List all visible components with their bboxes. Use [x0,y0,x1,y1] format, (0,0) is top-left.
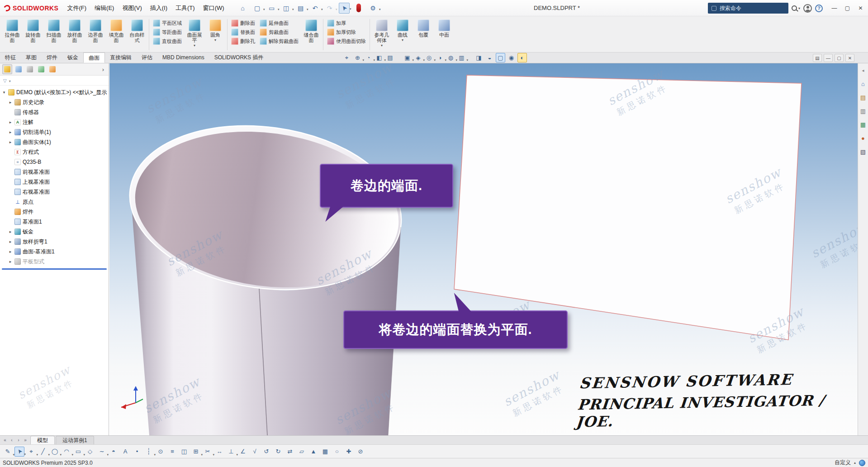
home-button[interactable]: ⌂ [237,3,248,14]
insert-plus-icon[interactable]: ✚ [344,447,354,457]
maximize-button[interactable]: ▢ [841,1,854,15]
new-document-button[interactable]: ▢ [252,3,263,14]
tree-item-top-plane[interactable]: 上视基准面 [1,177,109,187]
3d-drawing-view-icon[interactable]: ◒ [485,53,494,62]
boundary-surface-button[interactable]: 边界曲面 [85,17,106,52]
menu-view[interactable]: 视图(V) [118,0,146,16]
thicken-button[interactable]: 加厚 [327,19,366,27]
design-library-icon[interactable]: ▤ [859,93,867,101]
undo-icon[interactable]: ↺ [261,447,271,457]
custom-properties-icon[interactable]: ▧ [859,148,867,156]
tab-surfaces[interactable]: 曲面 [83,52,105,63]
customize-caret-icon[interactable]: ▴ [854,461,856,465]
panel-expand-icon[interactable]: › [100,64,106,74]
search-icon[interactable] [792,5,797,11]
appearances-scenes-icon[interactable]: ● [859,134,867,142]
delete-face-button[interactable]: 删除面 [231,19,255,27]
help-icon[interactable]: ? [815,5,823,12]
arc-tool-icon[interactable]: ◠ [62,447,71,457]
trim-surface-button[interactable]: 剪裁曲面 [260,29,299,36]
expand-icon[interactable] [8,249,13,254]
minimize-button[interactable]: — [828,1,841,15]
view-settings-icon[interactable]: ▥ [457,53,466,62]
expand-icon[interactable] [8,120,13,124]
no-external-refs-icon[interactable]: ⊘ [356,447,365,457]
scroll-prev-icon[interactable]: ‹ [9,438,14,443]
expand-icon[interactable] [8,130,13,134]
add-relation-icon[interactable]: ⊥ [226,447,236,457]
child-restore-button[interactable]: ▢ [835,54,844,62]
section-view-icon[interactable]: ◧ [375,53,384,62]
featuremanager-tab-icon[interactable] [2,64,12,74]
untrim-surface-button[interactable]: 解除剪裁曲面 [260,38,299,45]
zoom-area-icon[interactable]: ⊕ [353,53,362,62]
edit-appearance-icon[interactable]: ◑ [435,53,445,62]
tree-item-sheet-metal[interactable]: 钣金 [1,227,109,237]
sketch-button[interactable]: ✎ [3,447,13,457]
undo-button[interactable]: ↶ [310,3,321,14]
tree-item-front-plane[interactable]: 前视基准面 [1,167,109,177]
planar-surface-button[interactable]: 平面区域 [153,19,182,27]
command-search-box[interactable]: 搜索命令 [708,3,788,14]
offset-entities-icon[interactable]: ≡ [167,447,177,457]
surface-revolve-button[interactable]: 旋转曲面 [23,17,43,52]
redo-button[interactable]: ↷ [324,3,335,14]
filter-caret-icon[interactable] [9,78,11,83]
tree-item-surface-bodies[interactable]: 曲面实体(1) [1,137,109,147]
exchange-icon[interactable]: ⇄ [285,447,295,457]
expand-icon[interactable] [8,259,13,264]
instant-2d-icon[interactable]: ▲ [308,447,318,457]
freeform-button[interactable]: 自由样式 [127,17,147,52]
tree-filter-bar[interactable] [0,76,109,86]
hide-show-items-icon[interactable]: ◎ [424,53,434,62]
view-selector-cube-icon[interactable]: ▢ [496,53,505,62]
expand-icon[interactable] [8,239,13,244]
expand-icon[interactable] [8,140,13,144]
circular-pattern-icon[interactable]: ○ [332,447,342,457]
tree-item-equations[interactable]: 方程式 [1,147,109,157]
menu-file[interactable]: 文件(F) [63,0,90,16]
plane-tool-icon[interactable]: ▱ [297,447,307,457]
spline-tool-icon[interactable]: ∼ [97,447,107,457]
rectangle-tool-icon[interactable]: ▭ [73,447,83,457]
tab-weldments[interactable]: 焊件 [42,52,62,63]
surface-sweep-button[interactable]: 扫描曲面 [43,17,64,52]
solidworks-resources-icon[interactable]: ⌂ [859,80,867,88]
tab-evaluate[interactable]: 评估 [137,52,157,63]
tree-item-surface-plane[interactable]: 曲面-基准面1 [1,247,109,257]
wrap-button[interactable]: 包覆 [413,17,434,52]
search-caret-icon[interactable]: ▾ [798,6,800,10]
configurationmanager-tab-icon[interactable] [25,64,35,74]
circle-tool-icon[interactable]: ◯ [50,447,60,457]
dynamic-annotation-icon[interactable]: ▤ [385,53,395,62]
point-tool-icon[interactable]: • [132,447,142,457]
render-tools-icon[interactable]: ◐ [517,53,527,62]
xpress-products-button[interactable] [353,3,364,14]
extend-surface-button[interactable]: 延伸曲面 [260,19,299,27]
taskpane-collapse-icon[interactable]: ◂ [859,66,867,74]
tree-item-weldment[interactable]: 焊件 [1,207,109,217]
linear-pattern-icon[interactable]: ⊞ [191,447,201,457]
curves-button[interactable]: 曲线 [392,17,413,52]
scroll-next-icon[interactable]: › [16,438,21,443]
tab-solidworks-addins[interactable]: SOLIDWORKS 插件 [209,52,269,63]
replace-face-button[interactable]: 替换面 [231,29,255,36]
motion-study-tab[interactable]: 运动算例1 [56,436,94,444]
save-button[interactable]: ◫ [281,3,292,14]
extend-entities-icon[interactable]: ↔ [214,447,224,457]
tree-item-sensors[interactable]: 传感器 [1,107,109,117]
tab-direct-editing[interactable]: 直接编辑 [105,52,137,63]
flatten-surface-button[interactable]: 曲面展平 [184,17,205,52]
options-button[interactable]: ⚙ [368,3,379,14]
scroll-start-icon[interactable]: « [3,438,7,443]
tree-item-lofted-bend[interactable]: 放样折弯1 [1,237,109,247]
user-avatar[interactable] [803,4,812,13]
tab-features[interactable]: 特征 [0,52,21,63]
surface-loft-button[interactable]: 放样曲面 [64,17,85,52]
tree-item-right-plane[interactable]: 右视基准面 [1,187,109,197]
smart-dimension-button[interactable]: ⌖ [26,447,36,457]
grid-settings-icon[interactable]: ▦ [320,447,330,457]
previous-view-icon[interactable]: ◔ [364,53,373,62]
polygon-tool-icon[interactable]: ◇ [85,447,95,457]
trim-entities-icon[interactable]: ✂ [203,447,213,457]
